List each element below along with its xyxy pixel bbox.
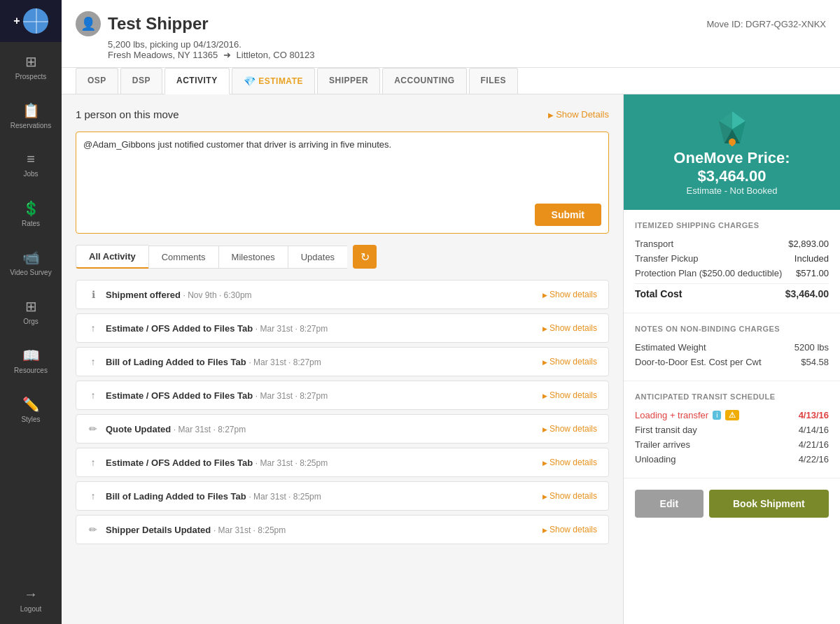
activity-icon: ↑ [88, 322, 99, 334]
activity-item: ↑ Bill of Lading Added to Files Tab · Ma… [76, 481, 609, 511]
orgs-icon: ⊞ [25, 298, 37, 315]
activity-item: ✏ Quote Updated · Mar 31st · 8:27pm Show… [76, 414, 609, 444]
activity-title: Bill of Lading Added to Files Tab [106, 491, 246, 502]
est-weight-row: Estimated Weight 5200 lbs [635, 340, 829, 355]
activity-time: · Mar 31st · 8:27pm [248, 357, 321, 367]
globe-icon [23, 8, 48, 34]
refresh-button[interactable]: ↻ [353, 245, 377, 269]
page-header: 👤 Test Shipper Move ID: DGR7-QG32-XNKX 5… [62, 0, 840, 68]
activity-item: ↑ Estimate / OFS Added to Files Tab · Ma… [76, 313, 609, 343]
sidebar-item-logout[interactable]: → Logout [0, 575, 62, 624]
filter-tab-all[interactable]: All Activity [76, 245, 148, 269]
comment-box: @Adam_Gibbons just notified customer tha… [76, 132, 609, 234]
activity-item-left: ↑ Estimate / OFS Added to Files Tab · Ma… [88, 322, 328, 334]
sidebar-item-orgs[interactable]: ⊞ Orgs [0, 287, 62, 336]
show-details-link[interactable]: Show Details [548, 109, 609, 120]
activity-show-details-3[interactable]: Show details [542, 390, 597, 400]
app-logo[interactable]: + [0, 0, 62, 42]
onemove-header: OneMove Price: $3,464.00 Estimate - Not … [624, 94, 840, 210]
activity-list: ℹ Shipment offered · Nov 9th · 6:30pm Sh… [76, 280, 609, 544]
activity-item-left: ↑ Estimate / OFS Added to Files Tab · Ma… [88, 457, 328, 468]
tab-osp[interactable]: OSP [76, 68, 118, 94]
activity-time: · Mar 31st · 8:25pm [248, 492, 321, 502]
charges-section: Itemized Shipping Charges Transport $2,8… [624, 210, 840, 313]
activity-icon: ℹ [88, 289, 99, 300]
sidebar-item-video-survey[interactable]: 📹 Video Survey [0, 238, 62, 287]
persons-label: 1 person on this move [76, 108, 179, 120]
tab-accounting[interactable]: ACCOUNTING [382, 68, 466, 94]
activity-item-left: ↑ Bill of Lading Added to Files Tab · Ma… [88, 490, 321, 502]
header-top: 👤 Test Shipper Move ID: DGR7-QG32-XNKX [76, 11, 826, 36]
jobs-icon: ≡ [27, 151, 35, 167]
activity-time: · Mar 31st · 8:25pm [214, 525, 286, 535]
notes-section: Notes on Non-binding Charges Estimated W… [624, 313, 840, 381]
activity-show-details-7[interactable]: Show details [542, 525, 597, 534]
sidebar-item-rates[interactable]: 💲 Rates [0, 189, 62, 238]
activity-item: ↑ Estimate / OFS Added to Files Tab · Ma… [76, 381, 609, 410]
tab-activity[interactable]: ACTIVITY [164, 68, 230, 94]
activity-show-details-0[interactable]: Show details [542, 290, 597, 299]
filter-tab-comments[interactable]: Comments [148, 246, 218, 269]
resources-icon: 📖 [22, 347, 40, 364]
book-shipment-button[interactable]: Book Shipment [709, 490, 829, 518]
section-title-notes: Notes on Non-binding Charges [635, 325, 829, 333]
activity-title: Estimate / OFS Added to Files Tab [106, 458, 253, 468]
tab-estimate[interactable]: 💎 ESTIMATE [232, 68, 315, 94]
sidebar-item-jobs[interactable]: ≡ Jobs [0, 140, 62, 189]
sidebar-item-styles[interactable]: ✏️ Styles [0, 385, 62, 434]
filter-tab-updates[interactable]: Updates [288, 246, 347, 269]
activity-panel: 1 person on this move Show Details @Adam… [62, 94, 623, 624]
header-title-area: 👤 Test Shipper [76, 11, 209, 36]
persons-on-move: 1 person on this move Show Details [76, 108, 609, 120]
tab-files[interactable]: FILES [469, 68, 519, 94]
total-cost-row: Total Cost $3,464.00 [635, 283, 829, 302]
transport-row: Transport $2,893.00 [635, 236, 829, 251]
transfer-pickup-row: Transfer Pickup Included [635, 251, 829, 266]
gem-icon [713, 108, 751, 146]
avatar: 👤 [76, 11, 101, 36]
activity-show-details-2[interactable]: Show details [542, 357, 597, 367]
activity-time: · Nov 9th · 6:30pm [183, 290, 252, 300]
styles-icon: ✏️ [22, 396, 40, 413]
sidebar-item-reservations[interactable]: 📋 Reservations [0, 91, 62, 140]
section-title-transit: Anticipated Transit Schedule [635, 392, 829, 401]
move-id: Move ID: DGR7-QG32-XNKX [707, 19, 827, 29]
activity-title: Shipment offered [106, 290, 181, 300]
tab-shipper[interactable]: SHIPPER [317, 68, 380, 94]
activity-show-details-5[interactable]: Show details [542, 458, 597, 467]
content-area: 1 person on this move Show Details @Adam… [62, 94, 840, 624]
comment-textarea[interactable]: @Adam_Gibbons just notified customer tha… [83, 139, 601, 195]
warning-badge: ⚠ [725, 410, 739, 420]
plus-icon: + [13, 15, 20, 27]
activity-item-left: ↑ Estimate / OFS Added to Files Tab · Ma… [88, 390, 328, 401]
right-panel: OneMove Price: $3,464.00 Estimate - Not … [623, 94, 840, 624]
first-transit-row: First transit day 4/14/16 [635, 423, 829, 437]
activity-item-left: ↑ Bill of Lading Added to Files Tab · Ma… [88, 356, 321, 367]
tab-dsp[interactable]: DSP [120, 68, 162, 94]
activity-show-details-6[interactable]: Show details [542, 491, 597, 501]
activity-show-details-1[interactable]: Show details [542, 323, 597, 333]
activity-title: Estimate / OFS Added to Files Tab [106, 323, 253, 334]
submit-button[interactable]: Submit [535, 204, 601, 226]
activity-icon: ✏ [88, 423, 99, 434]
sidebar-item-resources[interactable]: 📖 Resources [0, 336, 62, 385]
activity-show-details-4[interactable]: Show details [542, 424, 597, 434]
activity-icon: ↑ [88, 356, 99, 367]
info-badge: i [713, 411, 721, 420]
sidebar-item-prospects[interactable]: ⊞ Prospects [0, 42, 62, 91]
main-area: 👤 Test Shipper Move ID: DGR7-QG32-XNKX 5… [62, 0, 840, 624]
activity-item: ↑ Bill of Lading Added to Files Tab · Ma… [76, 347, 609, 376]
action-buttons: Edit Book Shipment [624, 478, 840, 529]
activity-item-left: ✏ Shipper Details Updated · Mar 31st · 8… [88, 524, 286, 535]
activity-time: · Mar 31st · 8:27pm [174, 425, 246, 434]
activity-time: · Mar 31st · 8:27pm [255, 391, 328, 401]
edit-button[interactable]: Edit [635, 490, 704, 518]
activity-time: · Mar 31st · 8:25pm [255, 458, 328, 468]
sidebar: + ⊞ Prospects 📋 Reservations ≡ Jobs 💲 Ra… [0, 0, 62, 624]
activity-item-left: ✏ Quote Updated · Mar 31st · 8:27pm [88, 423, 246, 434]
onemove-price: OneMove Price: $3,464.00 [638, 149, 826, 185]
filter-tab-milestones[interactable]: Milestones [218, 246, 288, 269]
activity-icon: ↑ [88, 490, 99, 502]
activity-title: Bill of Lading Added to Files Tab [106, 357, 246, 367]
comment-box-footer: Submit [83, 198, 601, 226]
